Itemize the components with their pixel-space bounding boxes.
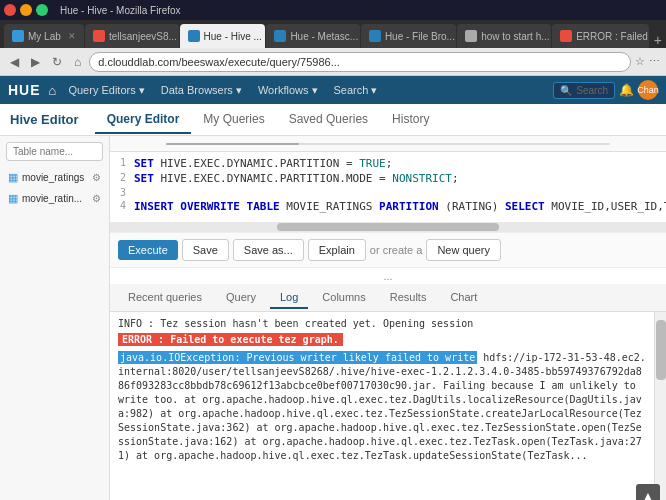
toolbar-query-editors[interactable]: Query Editors ▾ bbox=[60, 80, 152, 101]
browser-tab-howto[interactable]: how to start h... ✕ bbox=[457, 24, 551, 48]
save-button[interactable]: Save bbox=[182, 239, 229, 261]
main-area: 1 SET HIVE.EXEC.DYNAMIC.PARTITION = TRUE… bbox=[110, 136, 666, 500]
minimize-btn[interactable] bbox=[20, 4, 32, 16]
log-error-label: ERROR : Failed to execute tez graph. bbox=[118, 333, 343, 346]
tab-query[interactable]: Query bbox=[216, 287, 266, 309]
tab-saved-queries[interactable]: Saved Queries bbox=[277, 106, 380, 134]
code-line-4: 4 INSERT OVERWRITE TABLE MOVIE_RATINGS P… bbox=[110, 199, 666, 214]
tab-favicon bbox=[188, 30, 200, 42]
tab-favicon bbox=[560, 30, 572, 42]
browser-tab-2[interactable]: tellsanjeevS8... ✕ bbox=[85, 24, 179, 48]
browser-tab-meta[interactable]: Hue - Metasc... ✕ bbox=[266, 24, 360, 48]
refresh-button[interactable]: ↻ bbox=[48, 53, 66, 71]
log-highlighted-text: java.io.IOException: Previous writer lik… bbox=[118, 351, 477, 364]
query-tabs: Hive Editor Query Editor My Queries Save… bbox=[0, 104, 666, 136]
editor-actions: Execute Save Save as... Explain or creat… bbox=[110, 232, 666, 268]
tab-log[interactable]: Log bbox=[270, 287, 308, 309]
log-detail: java.io.IOException: Previous writer lik… bbox=[118, 351, 646, 463]
title-bar: Hue - Hive - Mozilla Firefox bbox=[0, 0, 666, 20]
title-bar-text: Hue - Hive - Mozilla Firefox bbox=[60, 5, 181, 16]
tab-favicon bbox=[12, 30, 24, 42]
sidebar-item-label-2: movie_ratin... bbox=[22, 193, 82, 204]
code-editor[interactable]: 1 SET HIVE.EXEC.DYNAMIC.PARTITION = TRUE… bbox=[110, 152, 666, 222]
forward-button[interactable]: ▶ bbox=[27, 53, 44, 71]
tab-close[interactable]: ✕ bbox=[68, 31, 76, 41]
table-search-input[interactable] bbox=[6, 142, 103, 161]
search-icon: 🔍 bbox=[560, 85, 572, 96]
tab-label: ERROR : Failed bbox=[576, 31, 648, 42]
tab-chart[interactable]: Chart bbox=[440, 287, 487, 309]
home-icon[interactable]: ⌂ bbox=[49, 83, 57, 98]
save-as-button[interactable]: Save as... bbox=[233, 239, 304, 261]
db-icon: ▦ bbox=[8, 171, 18, 184]
sidebar-item-movie-ratin[interactable]: ▦ movie_ratin... ⚙ bbox=[0, 188, 109, 209]
new-tab-button[interactable]: + bbox=[654, 32, 662, 48]
url-bar[interactable] bbox=[89, 52, 631, 72]
ellipsis-separator: ... bbox=[110, 268, 666, 284]
main-wrapper: 1 SET HIVE.EXEC.DYNAMIC.PARTITION = TRUE… bbox=[110, 136, 666, 500]
address-bar: ◀ ▶ ↻ ⌂ ☆ ⋯ bbox=[0, 48, 666, 76]
tab-columns[interactable]: Columns bbox=[312, 287, 375, 309]
menu-icon[interactable]: ⋯ bbox=[649, 55, 660, 68]
tab-label: My Lab bbox=[28, 31, 61, 42]
browser-tabs: My Lab ✕ tellsanjeevS8... ✕ Hue - Hive .… bbox=[0, 20, 666, 48]
tab-recent-queries[interactable]: Recent queries bbox=[118, 287, 212, 309]
browser-tab-files[interactable]: Hue - File Bro... ✕ bbox=[361, 24, 456, 48]
hue-logo: HUE bbox=[8, 82, 41, 98]
home-button[interactable]: ⌂ bbox=[70, 53, 85, 71]
tab-query-editor[interactable]: Query Editor bbox=[95, 106, 192, 134]
log-scrollbar[interactable] bbox=[654, 312, 666, 500]
code-hscrollbar[interactable] bbox=[110, 222, 666, 232]
browser-tab-mylab[interactable]: My Lab ✕ bbox=[4, 24, 84, 48]
execute-button[interactable]: Execute bbox=[118, 240, 178, 260]
tab-label: Hue - Metasc... bbox=[290, 31, 358, 42]
tab-label: Hue - Hive ... bbox=[204, 31, 262, 42]
chan-label: Chan bbox=[637, 85, 659, 95]
scroll-top-button[interactable]: ▲ bbox=[636, 484, 660, 500]
db-icon-2: ▦ bbox=[8, 192, 18, 205]
log-scroll-thumb[interactable] bbox=[656, 320, 666, 380]
notifications-icon[interactable]: 🔔 bbox=[619, 83, 634, 97]
code-line-3: 3 bbox=[110, 186, 666, 199]
code-line-2: 2 SET HIVE.EXEC.DYNAMIC.PARTITION.MODE =… bbox=[110, 171, 666, 186]
toolbar-workflows[interactable]: Workflows ▾ bbox=[250, 80, 326, 101]
toolbar-search[interactable]: Search ▾ bbox=[326, 80, 386, 101]
tab-favicon bbox=[465, 30, 477, 42]
log-error-line: ERROR : Failed to execute tez graph. bbox=[118, 333, 646, 348]
close-btn[interactable] bbox=[4, 4, 16, 16]
toolbar-data-browsers[interactable]: Data Browsers ▾ bbox=[153, 80, 250, 101]
results-area: Recent queries Query Log Columns Results… bbox=[110, 284, 666, 500]
back-button[interactable]: ◀ bbox=[6, 53, 23, 71]
tab-results[interactable]: Results bbox=[380, 287, 437, 309]
user-avatar[interactable]: Chan bbox=[638, 80, 658, 100]
toolbar-right: 🔍 Search 🔔 Chan bbox=[553, 80, 658, 100]
or-create-label: or create a bbox=[370, 244, 423, 256]
app-toolbar: HUE ⌂ Query Editors ▾ Data Browsers ▾ Wo… bbox=[0, 76, 666, 104]
sidebar-item-expand[interactable]: ⚙ bbox=[92, 172, 101, 183]
code-line-1: 1 SET HIVE.EXEC.DYNAMIC.PARTITION = TRUE… bbox=[110, 156, 666, 171]
explain-button[interactable]: Explain bbox=[308, 239, 366, 261]
search-placeholder[interactable]: Search bbox=[576, 85, 608, 96]
tab-label: tellsanjeevS8... bbox=[109, 31, 177, 42]
tab-favicon bbox=[274, 30, 286, 42]
tab-label: Hue - File Bro... bbox=[385, 31, 455, 42]
hive-editor-title: Hive Editor bbox=[10, 112, 79, 127]
sidebar-item-expand-2[interactable]: ⚙ bbox=[92, 193, 101, 204]
tab-favicon bbox=[369, 30, 381, 42]
tab-label: how to start h... bbox=[481, 31, 549, 42]
app-content: ▦ movie_ratings ⚙ ▦ movie_ratin... ⚙ bbox=[0, 136, 666, 500]
code-hscroll-thumb[interactable] bbox=[277, 223, 499, 231]
browser-tab-hive[interactable]: Hue - Hive ... ✕ bbox=[180, 24, 266, 48]
maximize-btn[interactable] bbox=[36, 4, 48, 16]
bookmark-icon[interactable]: ☆ bbox=[635, 55, 645, 68]
browser-tab-error[interactable]: ERROR : Failed ✕ bbox=[552, 24, 649, 48]
new-query-button[interactable]: New query bbox=[426, 239, 501, 261]
tab-history[interactable]: History bbox=[380, 106, 441, 134]
results-tabs: Recent queries Query Log Columns Results… bbox=[110, 284, 666, 312]
sidebar-item-movie-ratings[interactable]: ▦ movie_ratings ⚙ bbox=[0, 167, 109, 188]
sidebar-item-label: movie_ratings bbox=[22, 172, 84, 183]
tab-my-queries[interactable]: My Queries bbox=[191, 106, 276, 134]
tab-favicon bbox=[93, 30, 105, 42]
log-detail-text: hdfs://ip-172-31-53-48.ec2.internal:8020… bbox=[118, 352, 646, 461]
address-icons: ☆ ⋯ bbox=[635, 55, 660, 68]
